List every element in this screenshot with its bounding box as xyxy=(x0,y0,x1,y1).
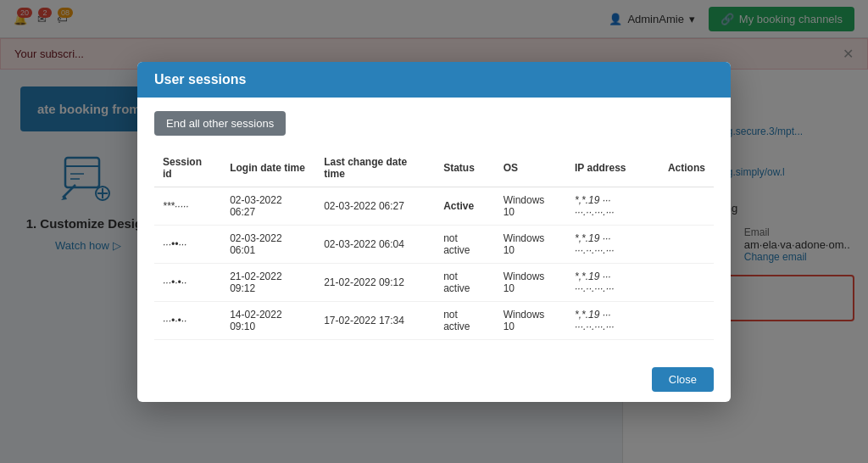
close-modal-btn[interactable]: Close xyxy=(652,367,714,392)
cell-os: Windows 10 xyxy=(495,187,566,225)
cell-actions xyxy=(659,187,714,225)
col-os: OS xyxy=(495,149,566,187)
sessions-modal: User sessions End all other sessions Ses… xyxy=(137,62,731,402)
cell-session-id: ···••··· xyxy=(154,225,221,263)
modal-title: User sessions xyxy=(154,72,247,86)
cell-last-change-dt: 02-03-2022 06:27 xyxy=(315,187,435,225)
sessions-table: Session id Login date time Last change d… xyxy=(154,149,714,340)
cell-login-dt: 02-03-2022 06:27 xyxy=(221,187,315,225)
end-sessions-btn[interactable]: End all other sessions xyxy=(154,111,286,136)
cell-os: Windows 10 xyxy=(495,301,566,339)
cell-status: not active xyxy=(435,225,494,263)
cell-ip: *,*.19 ··· ···.··.···.··· xyxy=(566,301,659,339)
table-header-row: Session id Login date time Last change d… xyxy=(154,149,714,187)
cell-os: Windows 10 xyxy=(495,225,566,263)
cell-login-dt: 02-03-2022 06:01 xyxy=(221,225,315,263)
cell-login-dt: 21-02-2022 09:12 xyxy=(221,263,315,301)
cell-os: Windows 10 xyxy=(495,263,566,301)
col-ip: IP address xyxy=(566,149,659,187)
modal-overlay[interactable]: User sessions End all other sessions Ses… xyxy=(0,0,868,463)
table-row: ***····· 02-03-2022 06:27 02-03-2022 06:… xyxy=(154,187,714,225)
table-row: ···•·•·· 21-02-2022 09:12 21-02-2022 09:… xyxy=(154,263,714,301)
cell-actions xyxy=(659,263,714,301)
cell-status: not active xyxy=(435,301,494,339)
cell-status: not active xyxy=(435,263,494,301)
cell-session-id: ···•·•·· xyxy=(154,263,221,301)
col-last-change-dt: Last change date time xyxy=(315,149,435,187)
col-status: Status xyxy=(435,149,494,187)
cell-actions xyxy=(659,225,714,263)
modal-footer: Close xyxy=(137,357,731,402)
col-actions: Actions xyxy=(659,149,714,187)
col-login-dt: Login date time xyxy=(221,149,315,187)
cell-last-change-dt: 02-03-2022 06:04 xyxy=(315,225,435,263)
cell-ip: *,*.19 ··· ···.··.···.··· xyxy=(566,225,659,263)
cell-login-dt: 14-02-2022 09:10 xyxy=(221,301,315,339)
cell-last-change-dt: 21-02-2022 09:12 xyxy=(315,263,435,301)
cell-session-id: ···•·•·· xyxy=(154,301,221,339)
table-row: ···•·•·· 14-02-2022 09:10 17-02-2022 17:… xyxy=(154,301,714,339)
modal-body: End all other sessions Session id Login … xyxy=(137,98,731,357)
cell-status: Active xyxy=(435,187,494,225)
cell-session-id: ***····· xyxy=(154,187,221,225)
cell-last-change-dt: 17-02-2022 17:34 xyxy=(315,301,435,339)
cell-ip: *,*.19 ··· ···.··.···.··· xyxy=(566,263,659,301)
modal-header: User sessions xyxy=(137,62,731,98)
col-session-id: Session id xyxy=(154,149,221,187)
cell-actions xyxy=(659,301,714,339)
table-row: ···••··· 02-03-2022 06:01 02-03-2022 06:… xyxy=(154,225,714,263)
cell-ip: *,*.19 ··· ···.··.···.··· xyxy=(566,187,659,225)
